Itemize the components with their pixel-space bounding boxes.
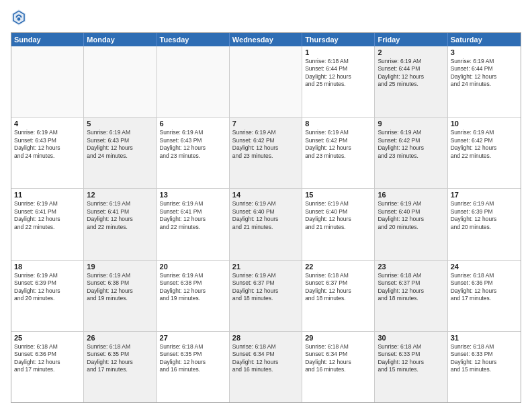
calendar-week-2: 4Sunrise: 6:19 AM Sunset: 6:43 PM Daylig… <box>11 118 521 189</box>
cell-info-text: Sunrise: 6:18 AM Sunset: 6:35 PM Dayligh… <box>87 343 153 374</box>
cell-info-text: Sunrise: 6:18 AM Sunset: 6:37 PM Dayligh… <box>378 272 444 303</box>
page: SundayMondayTuesdayWednesdayThursdayFrid… <box>0 0 532 411</box>
cell-info-text: Sunrise: 6:18 AM Sunset: 6:33 PM Dayligh… <box>378 343 444 374</box>
cell-info-text: Sunrise: 6:19 AM Sunset: 6:40 PM Dayligh… <box>378 200 444 231</box>
calendar-cell: 2Sunrise: 6:19 AM Sunset: 6:44 PM Daylig… <box>375 46 447 117</box>
cell-info-text: Sunrise: 6:19 AM Sunset: 6:44 PM Dayligh… <box>451 58 518 89</box>
cell-info-text: Sunrise: 6:19 AM Sunset: 6:42 PM Dayligh… <box>451 129 518 160</box>
calendar-cell: 25Sunrise: 6:18 AM Sunset: 6:36 PM Dayli… <box>11 332 84 402</box>
cell-info-text: Sunrise: 6:19 AM Sunset: 6:43 PM Dayligh… <box>160 129 226 160</box>
cell-info-text: Sunrise: 6:18 AM Sunset: 6:44 PM Dayligh… <box>305 58 371 89</box>
day-number: 27 <box>160 334 226 342</box>
day-number: 29 <box>305 334 371 342</box>
header-day-friday: Friday <box>375 33 447 46</box>
cell-info-text: Sunrise: 6:19 AM Sunset: 6:38 PM Dayligh… <box>87 272 153 303</box>
header-day-wednesday: Wednesday <box>230 33 302 46</box>
calendar-cell <box>157 46 230 117</box>
cell-info-text: Sunrise: 6:18 AM Sunset: 6:34 PM Dayligh… <box>232 343 299 374</box>
cell-info-text: Sunrise: 6:18 AM Sunset: 6:36 PM Dayligh… <box>451 272 518 303</box>
day-number: 18 <box>14 263 81 271</box>
calendar-cell: 16Sunrise: 6:19 AM Sunset: 6:40 PM Dayli… <box>375 189 447 259</box>
calendar-cell: 14Sunrise: 6:19 AM Sunset: 6:40 PM Dayli… <box>230 189 302 259</box>
day-number: 15 <box>305 191 371 199</box>
header-day-tuesday: Tuesday <box>157 33 230 46</box>
calendar-cell: 29Sunrise: 6:18 AM Sunset: 6:34 PM Dayli… <box>302 332 375 402</box>
calendar-cell: 7Sunrise: 6:19 AM Sunset: 6:42 PM Daylig… <box>230 118 302 188</box>
day-number: 16 <box>378 191 444 199</box>
calendar-cell: 17Sunrise: 6:19 AM Sunset: 6:39 PM Dayli… <box>448 189 521 259</box>
day-number: 24 <box>451 263 518 271</box>
calendar-cell: 6Sunrise: 6:19 AM Sunset: 6:43 PM Daylig… <box>157 118 230 188</box>
calendar-cell: 31Sunrise: 6:18 AM Sunset: 6:33 PM Dayli… <box>448 332 521 402</box>
cell-info-text: Sunrise: 6:19 AM Sunset: 6:44 PM Dayligh… <box>378 58 444 89</box>
cell-info-text: Sunrise: 6:19 AM Sunset: 6:40 PM Dayligh… <box>232 200 299 231</box>
day-number: 19 <box>87 263 153 271</box>
calendar-week-3: 11Sunrise: 6:19 AM Sunset: 6:41 PM Dayli… <box>11 189 521 260</box>
calendar-cell: 18Sunrise: 6:19 AM Sunset: 6:39 PM Dayli… <box>11 261 84 331</box>
calendar-cell: 22Sunrise: 6:18 AM Sunset: 6:37 PM Dayli… <box>302 261 375 331</box>
calendar-cell <box>84 46 157 117</box>
day-number: 21 <box>232 263 299 271</box>
header-day-thursday: Thursday <box>302 33 375 46</box>
day-number: 26 <box>87 334 153 342</box>
calendar-cell: 19Sunrise: 6:19 AM Sunset: 6:38 PM Dayli… <box>84 261 157 331</box>
calendar-cell: 28Sunrise: 6:18 AM Sunset: 6:34 PM Dayli… <box>230 332 302 402</box>
day-number: 25 <box>14 334 81 342</box>
day-number: 11 <box>14 191 81 199</box>
day-number: 3 <box>451 48 518 56</box>
cell-info-text: Sunrise: 6:19 AM Sunset: 6:43 PM Dayligh… <box>87 129 153 160</box>
header-day-sunday: Sunday <box>11 33 84 46</box>
svg-point-2 <box>17 17 21 21</box>
day-number: 1 <box>305 48 371 56</box>
day-number: 4 <box>14 120 81 128</box>
cell-info-text: Sunrise: 6:19 AM Sunset: 6:42 PM Dayligh… <box>232 129 299 160</box>
cell-info-text: Sunrise: 6:19 AM Sunset: 6:41 PM Dayligh… <box>14 200 81 231</box>
header-day-monday: Monday <box>84 33 157 46</box>
calendar-cell: 8Sunrise: 6:19 AM Sunset: 6:42 PM Daylig… <box>302 118 375 188</box>
day-number: 31 <box>451 334 518 342</box>
calendar-cell: 27Sunrise: 6:18 AM Sunset: 6:35 PM Dayli… <box>157 332 230 402</box>
calendar-cell: 10Sunrise: 6:19 AM Sunset: 6:42 PM Dayli… <box>448 118 521 188</box>
calendar-cell: 4Sunrise: 6:19 AM Sunset: 6:43 PM Daylig… <box>11 118 84 188</box>
cell-info-text: Sunrise: 6:19 AM Sunset: 6:39 PM Dayligh… <box>14 272 81 303</box>
day-number: 6 <box>160 120 226 128</box>
cell-info-text: Sunrise: 6:19 AM Sunset: 6:41 PM Dayligh… <box>160 200 226 231</box>
cell-info-text: Sunrise: 6:19 AM Sunset: 6:43 PM Dayligh… <box>14 129 81 160</box>
cell-info-text: Sunrise: 6:19 AM Sunset: 6:37 PM Dayligh… <box>232 272 299 303</box>
cell-info-text: Sunrise: 6:19 AM Sunset: 6:38 PM Dayligh… <box>160 272 226 303</box>
calendar-cell: 13Sunrise: 6:19 AM Sunset: 6:41 PM Dayli… <box>157 189 230 259</box>
calendar-cell: 3Sunrise: 6:19 AM Sunset: 6:44 PM Daylig… <box>448 46 521 117</box>
calendar-cell: 24Sunrise: 6:18 AM Sunset: 6:36 PM Dayli… <box>448 261 521 331</box>
day-number: 2 <box>378 48 444 56</box>
logo-icon <box>11 8 27 27</box>
day-number: 14 <box>232 191 299 199</box>
calendar-cell <box>11 46 84 117</box>
calendar-week-4: 18Sunrise: 6:19 AM Sunset: 6:39 PM Dayli… <box>11 261 521 332</box>
cell-info-text: Sunrise: 6:18 AM Sunset: 6:33 PM Dayligh… <box>451 343 518 374</box>
calendar-cell: 12Sunrise: 6:19 AM Sunset: 6:41 PM Dayli… <box>84 189 157 259</box>
day-number: 12 <box>87 191 153 199</box>
day-number: 23 <box>378 263 444 271</box>
day-number: 10 <box>451 120 518 128</box>
cell-info-text: Sunrise: 6:18 AM Sunset: 6:34 PM Dayligh… <box>305 343 371 374</box>
calendar-container: SundayMondayTuesdayWednesdayThursdayFrid… <box>11 32 521 403</box>
calendar: SundayMondayTuesdayWednesdayThursdayFrid… <box>11 33 521 402</box>
cell-info-text: Sunrise: 6:19 AM Sunset: 6:42 PM Dayligh… <box>378 129 444 160</box>
calendar-cell: 5Sunrise: 6:19 AM Sunset: 6:43 PM Daylig… <box>84 118 157 188</box>
calendar-cell: 26Sunrise: 6:18 AM Sunset: 6:35 PM Dayli… <box>84 332 157 402</box>
calendar-cell: 15Sunrise: 6:19 AM Sunset: 6:40 PM Dayli… <box>302 189 375 259</box>
header <box>11 8 521 27</box>
calendar-cell: 23Sunrise: 6:18 AM Sunset: 6:37 PM Dayli… <box>375 261 447 331</box>
calendar-week-1: 1Sunrise: 6:18 AM Sunset: 6:44 PM Daylig… <box>11 46 521 118</box>
cell-info-text: Sunrise: 6:19 AM Sunset: 6:42 PM Dayligh… <box>305 129 371 160</box>
day-number: 5 <box>87 120 153 128</box>
day-number: 9 <box>378 120 444 128</box>
day-number: 17 <box>451 191 518 199</box>
calendar-cell: 9Sunrise: 6:19 AM Sunset: 6:42 PM Daylig… <box>375 118 447 188</box>
cell-info-text: Sunrise: 6:18 AM Sunset: 6:37 PM Dayligh… <box>305 272 371 303</box>
calendar-cell: 20Sunrise: 6:19 AM Sunset: 6:38 PM Dayli… <box>157 261 230 331</box>
day-number: 28 <box>232 334 299 342</box>
logo <box>11 8 30 27</box>
cell-info-text: Sunrise: 6:19 AM Sunset: 6:41 PM Dayligh… <box>87 200 153 231</box>
header-day-saturday: Saturday <box>448 33 521 46</box>
